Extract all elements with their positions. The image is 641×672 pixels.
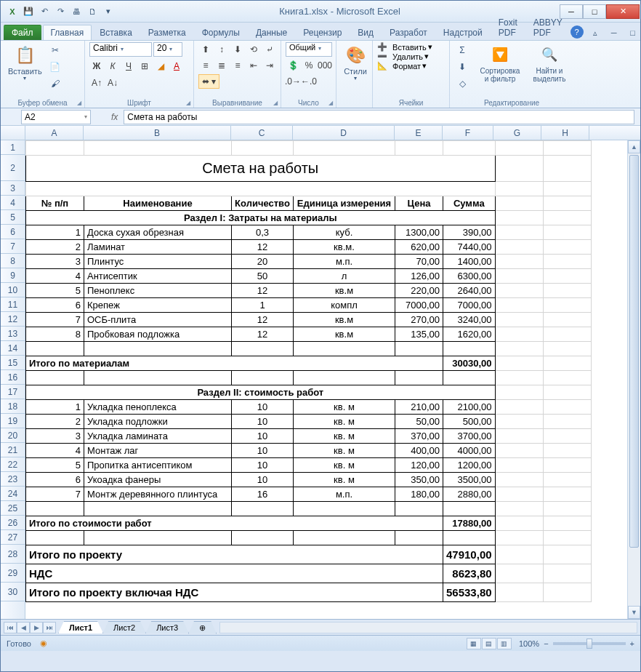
cell[interactable] <box>543 356 591 371</box>
zoom-level[interactable]: 100% <box>519 639 539 648</box>
row-header[interactable]: 1 <box>1 140 25 155</box>
cell[interactable]: 8 <box>26 327 84 342</box>
tab-nav-last-icon[interactable]: ⏭ <box>43 622 56 633</box>
cell[interactable] <box>495 371 543 385</box>
cell[interactable]: кв.м <box>294 284 395 298</box>
cell[interactable]: Ламинат <box>84 240 232 255</box>
cell[interactable] <box>395 531 443 545</box>
cell[interactable] <box>495 487 543 502</box>
cell[interactable] <box>84 502 232 516</box>
cell[interactable]: л <box>294 269 395 284</box>
sheet-tab-new[interactable]: ⊕ <box>188 621 217 634</box>
cell[interactable]: Итого по проекту <box>26 545 443 564</box>
row-header[interactable]: 18 <box>1 399 25 414</box>
cell[interactable]: 0,3 <box>232 225 294 240</box>
cell[interactable]: 1200,00 <box>443 458 496 473</box>
cell[interactable]: 390,00 <box>443 225 496 240</box>
tab-nav-first-icon[interactable]: ⏮ <box>4 622 17 633</box>
cell[interactable]: 3 <box>26 429 84 444</box>
cell[interactable]: 6300,00 <box>443 269 496 284</box>
cell[interactable]: кв. м <box>294 458 395 473</box>
cell[interactable] <box>395 141 443 156</box>
increase-indent-icon[interactable]: ⇥ <box>262 58 277 73</box>
cell[interactable] <box>294 342 395 356</box>
cell[interactable] <box>543 429 591 444</box>
cell[interactable]: 180,00 <box>395 487 443 502</box>
cell[interactable]: 50,00 <box>395 415 443 429</box>
row-header[interactable]: 19 <box>1 414 25 428</box>
cell[interactable] <box>495 356 543 371</box>
cell[interactable]: 1 <box>26 225 84 240</box>
cell[interactable]: компл <box>294 298 395 313</box>
cell[interactable]: Укоадка фанеры <box>84 473 232 487</box>
row-header[interactable]: 12 <box>1 312 25 327</box>
cell[interactable] <box>495 156 543 182</box>
cell[interactable] <box>495 313 543 327</box>
cell[interactable]: 1620,00 <box>443 327 496 342</box>
cell[interactable]: 6 <box>26 298 84 313</box>
bold-icon[interactable]: Ж <box>89 59 104 73</box>
tab-data[interactable]: Данные <box>248 25 295 40</box>
cell[interactable] <box>495 458 543 473</box>
cell[interactable]: Смета на работы <box>26 156 496 182</box>
cell[interactable] <box>543 444 591 458</box>
sheet-tab-3[interactable]: Лист3 <box>145 621 189 633</box>
cell[interactable]: 3700,00 <box>443 429 496 444</box>
cell[interactable] <box>543 487 591 502</box>
cell[interactable]: 135,00 <box>395 327 443 342</box>
row-header[interactable]: 17 <box>1 385 25 399</box>
cell[interactable] <box>443 141 496 156</box>
qat-redo-icon[interactable]: ↷ <box>53 4 68 19</box>
cell[interactable] <box>543 583 591 602</box>
doc-restore-icon[interactable]: □ <box>626 25 640 40</box>
cell[interactable] <box>543 269 591 284</box>
format-painter-icon[interactable]: 🖌 <box>47 76 63 92</box>
cell[interactable] <box>495 342 543 356</box>
cell[interactable] <box>543 385 591 400</box>
cell[interactable] <box>443 531 496 545</box>
number-format-select[interactable]: Общий <box>286 42 332 57</box>
cell[interactable]: кв.м <box>294 327 395 342</box>
col-header-B[interactable]: B <box>84 126 231 140</box>
cell[interactable] <box>543 313 591 327</box>
grow-font-icon[interactable]: A↑ <box>89 76 104 90</box>
merge-center-button[interactable]: ⬌ ▾ <box>198 74 219 89</box>
cell[interactable]: 7 <box>26 313 84 327</box>
cell[interactable] <box>543 225 591 240</box>
cell[interactable] <box>495 327 543 342</box>
font-size-select[interactable]: 20 <box>153 42 182 57</box>
cell[interactable] <box>543 156 591 182</box>
qat-customize-icon[interactable]: ▾ <box>101 4 116 19</box>
cell[interactable]: Сумма <box>443 196 496 211</box>
cell[interactable]: Количество <box>232 196 294 211</box>
cell[interactable]: 3240,00 <box>443 313 496 327</box>
cell[interactable]: 47910,00 <box>443 545 496 564</box>
cell[interactable] <box>443 342 496 356</box>
cell[interactable] <box>495 269 543 284</box>
clipboard-launcher-icon[interactable]: ◢ <box>77 100 81 106</box>
row-header[interactable]: 9 <box>1 268 25 283</box>
tab-addins[interactable]: Надстрой <box>435 25 491 40</box>
cell[interactable] <box>495 196 543 211</box>
cell[interactable]: 2880,00 <box>443 487 496 502</box>
cell[interactable]: Укладка подложки <box>84 415 232 429</box>
sort-filter-button[interactable]: 🔽 Сортировка и фильтр <box>475 42 525 84</box>
cell[interactable] <box>443 371 496 385</box>
row-header[interactable]: 27 <box>1 530 25 545</box>
comma-icon[interactable]: 000 <box>318 58 332 73</box>
qat-save-icon[interactable]: 💾 <box>21 4 36 19</box>
cell[interactable] <box>26 502 84 516</box>
cell[interactable] <box>232 371 294 385</box>
underline-icon[interactable]: Ч <box>121 59 136 73</box>
cell[interactable] <box>26 342 84 356</box>
cell[interactable] <box>543 298 591 313</box>
cell[interactable]: Пробковая подложка <box>84 327 232 342</box>
cells-area[interactable]: Смета на работы№ п/пНаименованиеКоличест… <box>25 140 640 619</box>
cell[interactable]: кв. м <box>294 429 395 444</box>
cell[interactable]: 5 <box>26 284 84 298</box>
cell[interactable]: 7000,00 <box>395 298 443 313</box>
cell[interactable]: 2640,00 <box>443 284 496 298</box>
tab-nav-next-icon[interactable]: ▶ <box>30 622 43 633</box>
cell[interactable]: Доска сухая обрезная <box>84 225 232 240</box>
cell[interactable] <box>294 502 395 516</box>
